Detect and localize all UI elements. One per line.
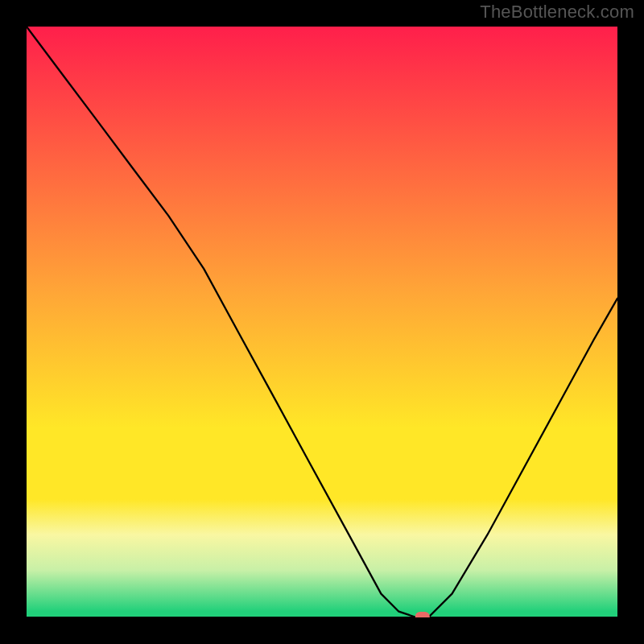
- branding-watermark: TheBottleneck.com: [480, 2, 634, 23]
- gradient-background: [27, 27, 617, 617]
- chart-frame: TheBottleneck.com: [0, 0, 644, 644]
- plot-area: [27, 27, 617, 617]
- optimal-marker: [415, 612, 430, 617]
- chart-svg: [27, 27, 617, 617]
